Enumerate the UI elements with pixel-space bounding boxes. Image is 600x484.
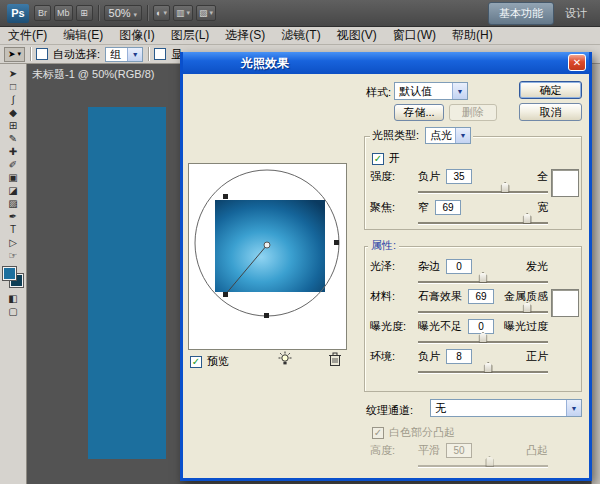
height-slider bbox=[418, 465, 548, 467]
gradient-tool-icon[interactable]: ▨ bbox=[3, 197, 24, 210]
add-light-bulb-icon[interactable] bbox=[276, 350, 294, 368]
rotate-view-icon[interactable]: ◐ bbox=[153, 5, 170, 21]
crop-tool-icon[interactable]: ⊞ bbox=[3, 119, 24, 132]
tool-preset-picker[interactable]: ➤ ▾ bbox=[4, 47, 25, 62]
menu-layer[interactable]: 图层(L) bbox=[163, 27, 218, 44]
light-type-label: 光照类型: bbox=[372, 128, 419, 143]
dropdown-arrow-icon[interactable] bbox=[452, 83, 467, 99]
intensity-zone: 负片 35 全 bbox=[418, 169, 548, 184]
healing-brush-tool-icon[interactable]: ✚ bbox=[3, 145, 24, 158]
light-on-row: 开 bbox=[372, 151, 400, 166]
close-icon[interactable] bbox=[568, 54, 586, 71]
material-value-input[interactable]: 69 bbox=[468, 289, 494, 304]
panel-dock-strip[interactable] bbox=[591, 64, 600, 484]
menu-view[interactable]: 视图(V) bbox=[329, 27, 385, 44]
menu-filter[interactable]: 滤镜(T) bbox=[273, 27, 328, 44]
auto-select-dropdown[interactable]: 组 bbox=[105, 47, 143, 62]
white-is-high-row: 白色部分凸起 bbox=[372, 425, 455, 440]
material-min-label: 石膏效果 bbox=[418, 289, 462, 304]
intensity-slider[interactable] bbox=[418, 191, 548, 193]
delete-light-trash-icon[interactable] bbox=[326, 350, 344, 368]
menu-window[interactable]: 窗口(W) bbox=[385, 27, 444, 44]
light-center-handle[interactable] bbox=[264, 242, 270, 248]
hand-tool-icon[interactable]: ☞ bbox=[3, 249, 24, 262]
quick-selection-tool-icon[interactable]: ◆ bbox=[3, 106, 24, 119]
menu-help[interactable]: 帮助(H) bbox=[444, 27, 501, 44]
light-type-dropdown[interactable]: 点光 bbox=[425, 127, 471, 144]
brush-tool-icon[interactable]: ✐ bbox=[3, 158, 24, 171]
focus-max-label: 宽 bbox=[537, 200, 548, 215]
exposure-slider[interactable] bbox=[418, 341, 548, 343]
show-transform-controls-checkbox[interactable] bbox=[154, 48, 166, 60]
save-button[interactable]: 存储... bbox=[394, 104, 444, 121]
menu-file[interactable]: 文件(F) bbox=[0, 27, 55, 44]
gloss-slider[interactable] bbox=[418, 281, 548, 283]
screen-mode-toggle-icon[interactable]: ▢ bbox=[3, 305, 24, 318]
style-dropdown[interactable]: 默认值 bbox=[394, 82, 468, 100]
texture-channel-dropdown[interactable]: 无 bbox=[430, 399, 582, 417]
material-label: 材料: bbox=[370, 289, 418, 304]
view-extras-icon[interactable]: ⊞ bbox=[76, 5, 93, 21]
intensity-value-input[interactable]: 35 bbox=[446, 169, 472, 184]
workspace-basic-button[interactable]: 基本功能 bbox=[488, 2, 554, 25]
light-color-swatch[interactable] bbox=[551, 169, 579, 197]
material-slider[interactable] bbox=[418, 311, 548, 313]
foreground-color-swatch[interactable] bbox=[3, 267, 16, 280]
path-selection-tool-icon[interactable]: ▷ bbox=[3, 236, 24, 249]
auto-select-checkbox[interactable] bbox=[36, 48, 48, 60]
marquee-tool-icon[interactable]: □ bbox=[3, 80, 24, 93]
light-on-checkbox[interactable] bbox=[372, 153, 384, 165]
eraser-tool-icon[interactable]: ◪ bbox=[3, 184, 24, 197]
light-handle[interactable] bbox=[223, 194, 228, 199]
height-value-input[interactable]: 50 bbox=[446, 443, 472, 458]
material-max-label: 金属质感 bbox=[504, 289, 548, 304]
dropdown-arrow-icon[interactable] bbox=[566, 400, 581, 416]
menu-image[interactable]: 图像(I) bbox=[111, 27, 162, 44]
dropdown-arrow-icon[interactable] bbox=[127, 48, 142, 61]
focus-value-input[interactable]: 69 bbox=[435, 200, 461, 215]
quick-mask-icon[interactable]: ◧ bbox=[3, 292, 24, 305]
light-handle[interactable] bbox=[264, 313, 269, 318]
eyedropper-tool-icon[interactable]: ✎ bbox=[3, 132, 24, 145]
workspace-design-button[interactable]: 设计 bbox=[559, 3, 593, 24]
document-title[interactable]: 未标题-1 @ 50%(RGB/8) bbox=[32, 67, 154, 82]
gloss-label: 光泽: bbox=[370, 259, 418, 274]
white-is-high-checkbox[interactable] bbox=[372, 427, 384, 439]
ambience-label: 环境: bbox=[370, 349, 418, 364]
mini-bridge-icon[interactable]: Mb bbox=[54, 5, 73, 21]
screen-mode-icon[interactable]: ▨ bbox=[196, 5, 216, 21]
exposure-value-input[interactable]: 0 bbox=[468, 319, 494, 334]
clone-stamp-tool-icon[interactable]: ▣ bbox=[3, 171, 24, 184]
ambient-color-swatch[interactable] bbox=[551, 289, 579, 317]
menu-select[interactable]: 选择(S) bbox=[217, 27, 273, 44]
lighting-preview-area[interactable] bbox=[188, 163, 347, 350]
gloss-value-input[interactable]: 0 bbox=[446, 259, 472, 274]
focus-row: 聚焦: 窄 69 宽 bbox=[370, 200, 548, 215]
gloss-row: 光泽: 杂边 0 发光 bbox=[370, 259, 548, 274]
dialog-titlebar[interactable]: 光照效果 bbox=[183, 52, 589, 74]
ambience-slider[interactable] bbox=[418, 371, 548, 373]
focus-slider[interactable] bbox=[418, 222, 548, 224]
light-handle[interactable] bbox=[334, 240, 339, 245]
cancel-button[interactable]: 取消 bbox=[519, 103, 582, 121]
tools-panel: ➤□∫◆⊞✎✚✐▣◪▨✒T▷☞ ◧▢ bbox=[0, 64, 27, 484]
pen-tool-icon[interactable]: ✒ bbox=[3, 210, 24, 223]
type-tool-icon[interactable]: T bbox=[3, 223, 24, 236]
document-canvas[interactable] bbox=[88, 107, 166, 459]
launch-bridge-icon[interactable]: Br bbox=[34, 5, 51, 21]
light-handle[interactable] bbox=[223, 292, 228, 297]
intensity-label: 强度: bbox=[370, 169, 418, 184]
lasso-tool-icon[interactable]: ∫ bbox=[3, 93, 24, 106]
ambience-value-input[interactable]: 8 bbox=[446, 349, 472, 364]
photoshop-window: Ps BrMb⊞ 50% ◐▥▨ 基本功能 设计 文件(F)编辑(E)图像(I)… bbox=[0, 0, 600, 484]
style-label: 样式: bbox=[366, 85, 391, 100]
zoom-level-dropdown[interactable]: 50% bbox=[104, 5, 143, 21]
texture-channel-value: 无 bbox=[431, 401, 566, 416]
dropdown-arrow-icon[interactable] bbox=[455, 128, 470, 143]
menu-edit[interactable]: 编辑(E) bbox=[55, 27, 111, 44]
ok-button[interactable]: 确定 bbox=[519, 81, 582, 99]
delete-button[interactable]: 删除 bbox=[449, 104, 497, 121]
arrange-documents-icon[interactable]: ▥ bbox=[173, 5, 193, 21]
move-tool-icon[interactable]: ➤ bbox=[3, 67, 24, 80]
preview-checkbox[interactable] bbox=[190, 356, 202, 368]
